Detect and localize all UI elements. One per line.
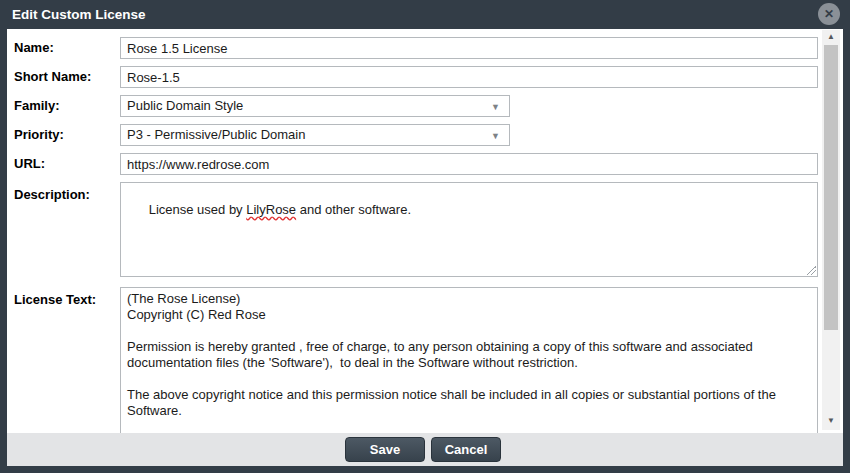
description-label: Description: [14, 187, 114, 202]
scroll-down-icon[interactable]: ▼ [822, 414, 840, 428]
url-label: URL: [14, 153, 114, 175]
family-label: Family: [14, 95, 114, 117]
family-selected-value: Public Domain Style [127, 98, 243, 113]
dialog-titlebar: Edit Custom License ✕ [0, 0, 850, 29]
close-icon: ✕ [824, 8, 834, 20]
priority-label: Priority: [14, 124, 114, 146]
dialog-content: Name: Short Name: Family: Public Domain … [7, 29, 843, 433]
dialog-title: Edit Custom License [12, 0, 146, 29]
short-name-input[interactable] [120, 66, 818, 88]
cancel-button[interactable]: Cancel [431, 437, 501, 462]
family-select[interactable]: Public Domain Style ▼ [120, 95, 510, 117]
save-button[interactable]: Save [345, 437, 425, 462]
url-input[interactable] [120, 153, 818, 175]
description-misspelled-word: LilyRose [246, 202, 296, 217]
dialog-scrollbar[interactable]: ▲ ▼ [822, 30, 840, 430]
priority-selected-value: P3 - Permissive/Public Domain [127, 127, 305, 142]
license-text-label: License Text: [14, 292, 114, 307]
chevron-down-icon: ▼ [491, 96, 500, 118]
name-input[interactable] [120, 37, 818, 59]
dialog-footer: Save Cancel [7, 433, 843, 466]
short-name-label: Short Name: [14, 66, 114, 88]
description-text-prefix: License used by [149, 202, 247, 217]
scroll-up-icon[interactable]: ▲ [822, 30, 840, 44]
description-textarea[interactable]: License used by LilyRose and other softw… [120, 182, 818, 277]
scrollbar-thumb[interactable] [824, 45, 838, 330]
priority-select[interactable]: P3 - Permissive/Public Domain ▼ [120, 124, 510, 146]
name-label: Name: [14, 37, 114, 59]
license-text-textarea[interactable]: (The Rose License) Copyright (C) Red Ros… [120, 287, 818, 433]
close-button[interactable]: ✕ [818, 3, 840, 25]
resize-grip-icon[interactable] [806, 265, 816, 275]
chevron-down-icon: ▼ [491, 125, 500, 147]
description-text-suffix: and other software. [296, 202, 411, 217]
edit-custom-license-dialog: Edit Custom License ✕ Name: Short Name: … [0, 0, 850, 473]
